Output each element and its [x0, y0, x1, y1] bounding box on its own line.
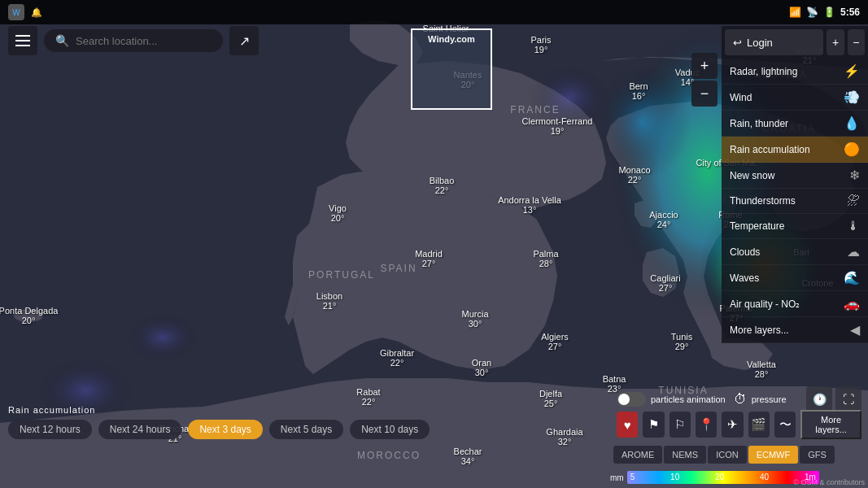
svg-point-5 [594, 65, 691, 179]
menu-items: Radar, lightning ⚡ Wind 💨 Rain, thunder … [722, 59, 868, 343]
share-button[interactable]: ↗ [229, 26, 259, 55]
time-tab-12h[interactable]: Next 12 hours [8, 420, 92, 439]
search-input[interactable] [76, 35, 212, 47]
wifi-icon: 📶 [789, 7, 801, 18]
city-label-algiers: Algiers27° [541, 332, 569, 351]
menu-item-waves[interactable]: Waves 🌊 [722, 265, 868, 291]
menu-item-thunderstorms[interactable]: Thunderstorms ⛈ [722, 189, 868, 214]
menu-icon-air-quality: 🚗 [844, 296, 860, 312]
time-tab-5d[interactable]: Next 5 days [269, 420, 343, 439]
menu-icon-thunderstorms: ⛈ [847, 194, 860, 208]
svg-point-7 [126, 313, 199, 362]
zoom-in-button[interactable]: + [691, 53, 718, 79]
menu-item-new-snow[interactable]: New snow ❄ [722, 163, 868, 189]
model-tab-nems[interactable]: NEMS [664, 446, 706, 464]
heart-button[interactable]: ♥ [617, 412, 638, 438]
menu-icon-rain-thunder: 💧 [844, 115, 860, 131]
city-label-gibraltar: Gibraltar22° [380, 348, 414, 368]
overlay-controls: particles animation ⏱ pressure 🕐 ⛶ [610, 386, 868, 412]
menu-icon-clouds: ☁ [847, 244, 860, 259]
bookmark-button[interactable]: ⚐ [670, 412, 691, 438]
search-wrapper[interactable]: 🔍 [44, 29, 223, 52]
time-tab-3d[interactable]: Next 3 days [188, 420, 262, 439]
flag-button[interactable]: ⚑ [643, 412, 664, 438]
city-label-oran: Oran30° [472, 358, 491, 377]
scale-val-10: 10 [670, 473, 679, 481]
scale-val-40: 40 [760, 473, 769, 481]
pressure-icon: ⏱ [734, 392, 747, 407]
share-icon: ↗ [239, 33, 250, 49]
menu-item-label-thunderstorms: Thunderstorms [730, 195, 796, 207]
model-tab-ecmwf[interactable]: ECMWF [748, 446, 799, 464]
hamburger-button[interactable] [8, 26, 37, 55]
windy-label: Windy.com [428, 34, 475, 44]
menu-item-label-more-layers: More layers... [730, 325, 789, 336]
model-tab-icon[interactable]: ICON [708, 446, 747, 464]
time-tab-10d[interactable]: Next 10 days [350, 420, 430, 439]
menu-item-rain-accumulation[interactable]: Rain accumulation 🟠 [722, 137, 868, 163]
search-bar: 🔍 ↗ [8, 26, 259, 55]
status-left: W 🔔 [8, 4, 42, 20]
country-label-morocco: MOROCCO [357, 450, 421, 461]
zoom-out-button[interactable]: − [691, 81, 718, 107]
scale-val-5: 5 [630, 473, 635, 481]
menu-item-clouds[interactable]: Clouds ☁ [722, 239, 868, 265]
city-label-bilbao: Bilbao22° [430, 176, 455, 195]
menu-item-label-waves: Waves [730, 272, 759, 284]
city-label-rabat: Rabat22° [356, 387, 380, 407]
city-label-palma: Palma28° [533, 249, 558, 268]
menu-item-more-layers[interactable]: More layers... ◀ [722, 317, 868, 343]
zoom-controls: + − [691, 53, 718, 107]
menu-icon-temperature: 🌡 [847, 219, 860, 233]
model-tab-arome[interactable]: AROME [613, 446, 662, 464]
city-label-vigo: Vigo20° [329, 203, 347, 223]
svg-point-1 [14, 309, 43, 322]
time-tabs: Next 12 hoursNext 24 hoursNext 3 daysNex… [8, 420, 430, 439]
pin-button[interactable]: 📍 [696, 412, 717, 438]
fullscreen-button[interactable]: ⛶ [835, 386, 861, 412]
city-label-monaco: Monaco22° [618, 165, 650, 185]
login-label: Login [747, 37, 773, 49]
clock-button[interactable]: 🕐 [806, 386, 832, 412]
menu-icon-waves: 🌊 [844, 270, 860, 285]
menu-item-label-rain-accumulation: Rain accumulation [730, 144, 810, 155]
menu-icon-new-snow: ❄ [849, 168, 860, 183]
city-label-djelfa: Djelfa25° [539, 389, 562, 408]
menu-icon-rain-accumulation: 🟠 [844, 142, 860, 157]
attribution: © OSM & contributors [793, 478, 865, 486]
city-label-ghardaia: Ghardaia32° [546, 427, 582, 447]
more-layers-button[interactable]: More layers... [800, 410, 861, 439]
plane-button[interactable]: ✈ [722, 412, 743, 438]
menu-item-label-air-quality: Air quality - NO₂ [730, 298, 800, 310]
menu-icon-more-layers: ◀ [850, 322, 860, 338]
camera-button[interactable]: 🎬 [748, 412, 770, 438]
city-label-tunis: Tunis29° [671, 332, 693, 351]
panel-collapse-button[interactable]: − [848, 29, 865, 55]
pressure-control: ⏱ pressure [734, 392, 787, 407]
city-label-ponta-delgada: Ponta Delgada20° [0, 306, 58, 325]
menu-icon-wind: 💨 [844, 89, 860, 105]
menu-item-wind[interactable]: Wind 💨 [722, 85, 868, 111]
menu-item-label-radar-lightning: Radar, lightning [730, 66, 797, 77]
menu-item-radar-lightning[interactable]: Radar, lightning ⚡ [722, 59, 868, 85]
login-icon: ↩ [733, 37, 742, 49]
menu-item-label-temperature: Temperature [730, 220, 784, 232]
particles-toggle[interactable] [617, 392, 646, 407]
notification-icon: 🔔 [31, 7, 42, 18]
menu-item-rain-thunder[interactable]: Rain, thunder 💧 [722, 111, 868, 137]
signal-icon: 📡 [806, 7, 818, 18]
panel-expand-button[interactable]: + [827, 29, 844, 55]
more-layers-label: More layers... [809, 415, 853, 434]
model-tabs: AROMENEMSICONECMWFGFS [610, 446, 868, 464]
app-icon: W [8, 4, 24, 20]
model-tab-gfs[interactable]: GFS [800, 446, 835, 464]
menu-item-air-quality[interactable]: Air quality - NO₂ 🚗 [722, 291, 868, 317]
wind-button[interactable]: 〜 [774, 412, 796, 438]
time-tab-24h[interactable]: Next 24 hours [98, 420, 182, 439]
menu-item-temperature[interactable]: Temperature 🌡 [722, 214, 868, 239]
particles-label: particles animation [651, 394, 726, 404]
city-label-valletta: Valletta28° [747, 359, 776, 379]
login-button[interactable]: ↩ Login [725, 29, 823, 55]
toggle-knob [618, 394, 630, 405]
scale-val-20: 20 [715, 473, 724, 481]
